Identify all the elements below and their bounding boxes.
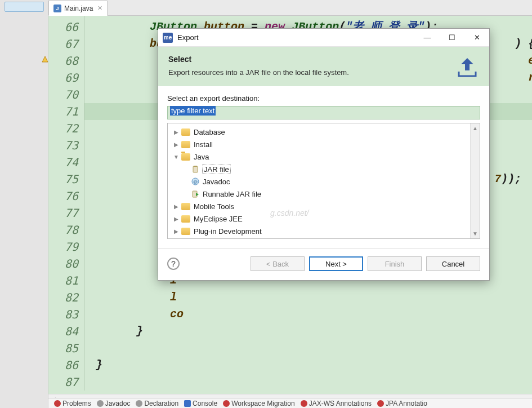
code-line[interactable]: co: [84, 306, 532, 323]
expander-icon[interactable]: ▶: [172, 216, 180, 222]
folder-icon: [181, 228, 190, 235]
back-button[interactable]: < Back: [251, 256, 305, 271]
dialog-banner: Select Export resources into a JAR file …: [158, 47, 489, 86]
bottom-tab[interactable]: JAX-WS Annotations: [298, 398, 374, 408]
bottom-view-tabs: ProblemsJavadocDeclarationConsoleWorkspa…: [48, 398, 532, 408]
filter-input[interactable]: type filter text: [167, 106, 480, 119]
myeclipse-icon: me: [163, 33, 173, 43]
bottom-tab[interactable]: Javadoc: [95, 398, 133, 408]
line-number: 76: [48, 188, 84, 205]
tree-item-label: Mobile Tools: [194, 202, 234, 211]
bottom-tab-label: Javadoc: [105, 400, 131, 407]
line-number: 81: [48, 272, 84, 289]
cancel-button[interactable]: Cancel: [426, 256, 480, 271]
bottom-tab-label: JPA Annotatio: [386, 400, 427, 407]
code-line[interactable]: [84, 374, 532, 391]
help-button[interactable]: ?: [167, 258, 180, 270]
expander-icon[interactable]: ▼: [172, 154, 180, 160]
tree-item[interactable]: ▶Plug-in Development: [168, 225, 480, 237]
line-number: 82: [48, 289, 84, 306]
tree-item[interactable]: ▼Java: [168, 150, 480, 163]
editor-tab-main-java[interactable]: J Main.java ✕: [48, 1, 108, 16]
bottom-tab[interactable]: Workspace Migration: [221, 398, 297, 408]
scroll-down-icon[interactable]: ▼: [471, 229, 480, 238]
view-icon: [223, 400, 230, 407]
minimize-button[interactable]: —: [415, 29, 440, 47]
scroll-up-icon[interactable]: ▲: [471, 123, 480, 133]
view-icon: [136, 400, 142, 407]
line-number: 80: [48, 255, 84, 272]
view-icon: [377, 400, 384, 407]
bottom-tab-label: Console: [193, 400, 217, 407]
line-number: 68: [48, 52, 84, 69]
bottom-tab-label: Declaration: [144, 400, 178, 407]
dialog-titlebar[interactable]: me Export — ☐ ✕: [158, 29, 489, 47]
warning-marker-icon[interactable]: [42, 56, 48, 63]
bottom-tab-label: Problems: [62, 400, 91, 407]
filter-text-selected: type filter text: [170, 106, 216, 116]
line-number: 66: [48, 19, 84, 36]
tree-item[interactable]: @Javadoc: [168, 175, 480, 188]
tree-item[interactable]: Runnable JAR file: [168, 188, 480, 200]
jar-icon: [191, 165, 199, 173]
export-tree[interactable]: ▶Database▶Install▼JavaJAR file@JavadocRu…: [167, 123, 480, 239]
expander-icon[interactable]: ▶: [172, 203, 180, 210]
expander-icon[interactable]: ▶: [172, 141, 180, 148]
view-icon: [97, 400, 104, 407]
line-number: 75: [48, 171, 84, 188]
tree-item-label: Runnable JAR file: [203, 190, 261, 198]
tree-item-label: Java: [194, 153, 209, 161]
bottom-tab[interactable]: Console: [182, 398, 220, 408]
tree-item[interactable]: JAR file: [168, 163, 480, 175]
line-number: 77: [48, 205, 84, 221]
minimized-view-tab[interactable]: [5, 2, 44, 12]
next-button[interactable]: Next >: [309, 256, 363, 271]
svg-text:@: @: [193, 179, 198, 184]
finish-button[interactable]: Finish: [368, 256, 422, 271]
svg-marker-0: [42, 56, 48, 62]
export-dialog: me Export — ☐ ✕ Select Export resources …: [158, 28, 490, 281]
folder-icon: [181, 215, 190, 223]
line-number: 71: [48, 103, 84, 120]
tree-item[interactable]: ▶Install: [168, 138, 480, 150]
tree-item-label: Database: [194, 128, 225, 136]
bottom-tab[interactable]: Problems: [52, 398, 93, 408]
tree-item[interactable]: ▶Database: [168, 126, 480, 138]
tab-label: Main.java: [64, 5, 93, 12]
tree-item[interactable]: ▶MyEclipse JEE: [168, 212, 480, 225]
bottom-tab[interactable]: Declaration: [133, 398, 181, 408]
tree-item-label: MyEclipse JEE: [194, 215, 243, 223]
line-number: 70: [48, 86, 84, 103]
close-button[interactable]: ✕: [464, 29, 489, 47]
dialog-button-row: ? < Back Next > Finish Cancel: [158, 248, 489, 280]
bottom-tab[interactable]: JPA Annotatio: [375, 398, 430, 408]
close-icon[interactable]: ✕: [97, 5, 102, 12]
view-icon: [54, 400, 61, 407]
folder-icon: [181, 141, 190, 148]
code-line[interactable]: }: [84, 357, 532, 374]
code-line[interactable]: l: [84, 289, 532, 306]
line-number: 86: [48, 357, 84, 374]
banner-heading: Select: [168, 55, 449, 64]
dialog-body: Select an export destination: type filte…: [158, 86, 489, 242]
expander-icon[interactable]: ▶: [172, 129, 180, 135]
line-number: 73: [48, 137, 84, 154]
line-number: 74: [48, 154, 84, 171]
export-icon: [455, 55, 479, 78]
java-file-icon: J: [53, 5, 61, 12]
line-number: 79: [48, 238, 84, 255]
view-icon: [301, 400, 307, 407]
code-line[interactable]: }: [84, 323, 532, 340]
tree-item[interactable]: ▶Mobile Tools: [168, 200, 480, 212]
tree-item-label: Javadoc: [203, 178, 230, 186]
tree-item-label: Plug-in Development: [194, 227, 262, 236]
line-number: 87: [48, 374, 84, 391]
svg-rect-2: [194, 166, 197, 167]
expander-icon[interactable]: ▶: [172, 228, 180, 234]
maximize-button[interactable]: ☐: [440, 29, 464, 47]
tree-scrollbar[interactable]: ▲ ▼: [470, 123, 480, 238]
code-line[interactable]: [84, 340, 532, 357]
line-number: 83: [48, 306, 84, 323]
bottom-tab-label: JAX-WS Annotations: [309, 400, 372, 407]
bottom-tab-label: Workspace Migration: [231, 400, 295, 407]
